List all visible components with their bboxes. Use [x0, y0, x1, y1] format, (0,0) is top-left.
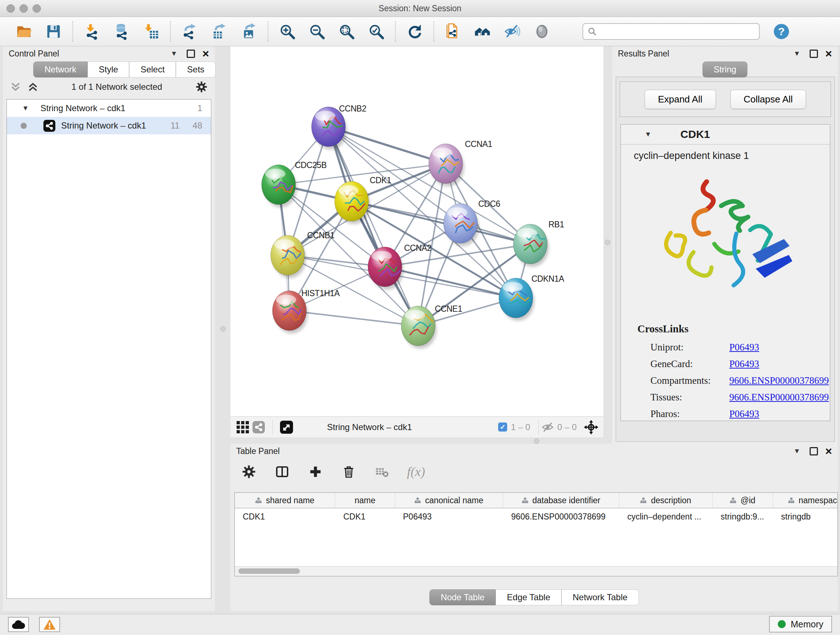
edge-HIST1H1A-CCNE1[interactable]	[289, 310, 418, 326]
selected-checkbox[interactable]: ✓	[498, 423, 507, 432]
collapse-all-button[interactable]: Collapse All	[730, 90, 806, 109]
open-session-icon[interactable]	[14, 22, 33, 41]
zoom-fit-icon[interactable]	[337, 22, 356, 41]
collection-expand-icon[interactable]: ▼	[22, 104, 29, 112]
crosslink-link[interactable]: 9606.ENSP00000378699	[729, 392, 829, 403]
node-RB1[interactable]: RB1	[513, 220, 564, 267]
table-panel-close-icon[interactable]: ×	[825, 448, 832, 455]
delete-table-icon[interactable]	[374, 463, 390, 480]
tab-node-table[interactable]: Node Table	[429, 589, 496, 605]
fit-selected-crosshair-icon[interactable]	[582, 418, 600, 437]
tab-string[interactable]: String	[703, 62, 748, 78]
network-graph[interactable]: CCNB2CCNA1CDC25BCDK1CDC6RB1CCNB1CCNA2CDK…	[231, 46, 603, 416]
birdseye-view-icon[interactable]	[279, 419, 294, 435]
crosslink-link[interactable]: P06493	[729, 342, 759, 353]
cloud-button[interactable]	[8, 617, 29, 632]
control-panel-close-icon[interactable]: ×	[202, 50, 209, 57]
tab-select[interactable]: Select	[129, 62, 176, 78]
results-panel-float-icon[interactable]	[810, 50, 818, 58]
column-header-description[interactable]: description	[619, 493, 713, 508]
node-CCNE1[interactable]: CCNE1	[401, 304, 462, 348]
gene-collapse-icon[interactable]: ▼	[645, 130, 652, 138]
save-session-icon[interactable]	[44, 22, 63, 41]
right-splitter-handle[interactable]	[605, 240, 610, 245]
expand-all-button[interactable]: Expand All	[645, 90, 716, 109]
import-network-database-icon[interactable]	[112, 22, 131, 41]
crosslink-link[interactable]: 9606.ENSP00000378699	[729, 375, 829, 386]
table-panel-collapse-icon[interactable]: ▼	[794, 447, 801, 455]
hscrollbar-thumb[interactable]	[238, 568, 300, 574]
column-header-shared-name[interactable]: shared name	[235, 493, 335, 508]
control-panel-collapse-icon[interactable]: ▼	[171, 50, 178, 57]
tab-edge-table[interactable]: Edge Table	[496, 589, 561, 605]
network-file-icon[interactable]	[444, 22, 462, 41]
table-settings-gear-icon[interactable]	[240, 463, 257, 480]
tab-style[interactable]: Style	[88, 62, 129, 78]
zoom-selected-icon[interactable]	[367, 22, 386, 41]
grid-view-icon[interactable]	[235, 419, 251, 435]
memory-button[interactable]: Memory	[769, 616, 832, 632]
column-header-canonical-name[interactable]: canonical name	[395, 493, 503, 508]
column-header-name[interactable]: name	[335, 493, 395, 508]
houses-icon[interactable]	[473, 22, 492, 41]
node-HIST1H1A[interactable]: HIST1H1A	[272, 288, 340, 333]
table-cell[interactable]: stringdb:9...	[713, 512, 773, 522]
table-panel-float-icon[interactable]	[810, 447, 818, 455]
edge-CCNB2-CCNE1[interactable]	[328, 127, 418, 326]
left-splitter-handle[interactable]	[220, 326, 226, 332]
node-CDC6[interactable]: CDC6	[444, 199, 500, 246]
column-header-database-identifier[interactable]: database identifier	[503, 493, 619, 508]
tab-sets[interactable]: Sets	[176, 62, 216, 78]
table-cell[interactable]: 9606.ENSP00000378699	[503, 512, 619, 522]
help-icon[interactable]: ?	[772, 22, 791, 41]
table-cell[interactable]: stringdb	[773, 512, 838, 522]
zoom-in-icon[interactable]	[278, 22, 297, 41]
network-collection-row[interactable]: ▼ String Network – cdk1 1	[7, 100, 211, 117]
export-image-icon[interactable]	[240, 22, 258, 41]
network-row[interactable]: String Network – cdk1 11 48	[7, 117, 211, 134]
delete-column-icon[interactable]	[340, 463, 357, 480]
function-builder-icon[interactable]: f(x)	[407, 464, 425, 479]
export-network-icon[interactable]	[180, 22, 199, 41]
import-network-file-icon[interactable]	[82, 22, 101, 41]
crosslink-link[interactable]: P06493	[729, 409, 759, 420]
column-header--id[interactable]: @id	[713, 493, 773, 508]
horizontal-splitter-handle[interactable]	[534, 439, 539, 444]
table-cell[interactable]: CDK1	[335, 512, 395, 522]
table-cell[interactable]: CDK1	[235, 512, 335, 522]
node-CCNB2[interactable]: CCNB2	[311, 104, 366, 149]
collapse-all-networks-icon[interactable]	[10, 81, 21, 92]
table-row[interactable]: CDK1CDK1P064939606.ENSP00000378699cyclin…	[235, 508, 838, 525]
search-input[interactable]	[583, 23, 760, 40]
results-panel-collapse-icon[interactable]: ▼	[794, 50, 801, 57]
table-cell[interactable]: P06493	[395, 512, 503, 522]
gene-header[interactable]: ▼ CDK1	[621, 125, 830, 144]
show-columns-icon[interactable]	[274, 463, 291, 480]
control-panel-float-icon[interactable]	[187, 50, 195, 58]
tab-network-table[interactable]: Network Table	[561, 589, 639, 605]
table-cell[interactable]: cyclin–dependent ...	[619, 512, 713, 522]
zoom-out-icon[interactable]	[308, 22, 326, 41]
svg-text:?: ?	[778, 25, 785, 37]
hide-graphics-icon[interactable]	[503, 22, 522, 41]
network-options-gear-icon[interactable]	[195, 81, 208, 93]
refresh-view-icon[interactable]	[405, 22, 424, 41]
show-graphics-icon[interactable]	[532, 22, 551, 41]
add-column-icon[interactable]	[307, 463, 324, 480]
results-panel-close-icon[interactable]: ×	[825, 50, 832, 57]
collection-count: 1	[197, 103, 202, 113]
crosslink-link[interactable]: P06493	[729, 358, 759, 370]
tab-network[interactable]: Network	[33, 62, 88, 78]
node-CDKN1A[interactable]: CDKN1A	[499, 274, 564, 321]
node-CCNB1[interactable]: CCNB1	[271, 231, 334, 278]
warning-button[interactable]	[39, 617, 60, 632]
node-CCNA1[interactable]: CCNA1	[429, 139, 492, 187]
network-view-footer: String Network – cdk1 ✓ 1 – 0 0 – 0	[231, 416, 603, 437]
column-header-namespace[interactable]: namespace	[773, 493, 838, 508]
expand-all-networks-icon[interactable]	[27, 81, 38, 92]
export-table-icon[interactable]	[210, 22, 229, 41]
import-table-icon[interactable]	[142, 22, 161, 41]
node-CCNA2[interactable]: CCNA2	[368, 243, 431, 290]
network-view-mode-icon[interactable]	[251, 419, 267, 435]
network-canvas[interactable]: CCNB2CCNA1CDC25BCDK1CDC6RB1CCNB1CCNA2CDK…	[231, 46, 603, 416]
